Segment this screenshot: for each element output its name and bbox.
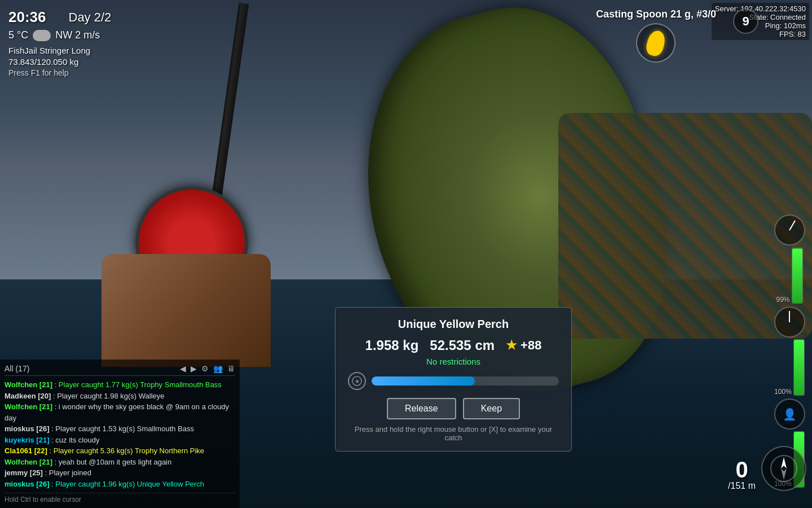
temperature: 5 °C [8,29,28,41]
catch-xp: ★ +88 [506,338,541,353]
compass-south [781,468,787,480]
people-icon: 👤 [783,408,797,421]
lure-name: Casting Spoon 21 g, #3/0 [596,8,716,20]
gauge-fill-1 [792,248,802,303]
bar-container-1: 99% [776,247,802,304]
list-item: jemmy [25] : Player joined [5,467,235,479]
right-side-hud: 99% 100% 👤 100% [767,214,812,452]
wind-speed: NW 2 m/s [55,29,100,41]
time-day-row: 20:36 Day 2/2 [8,8,111,26]
gauge-needle-2 [789,311,790,322]
connection-state: State: Connected [715,13,806,21]
cloud-icon [33,30,51,41]
list-item: kuyekris [21] : cuz its cloudy [5,435,235,446]
chat-header: All (17) ◀ ▶ ⚙ 👥 🖥 [5,364,235,376]
fps-display: FPS: 83 [715,30,806,38]
xp-progress-bar: ★ [348,372,559,390]
chat-controls: ◀ ▶ ⚙ 👥 🖥 [180,364,235,373]
list-item: Wolfchen [21] : i wonder why the sky goe… [5,401,235,423]
xp-bar-background [372,376,559,386]
help-text: Press F1 for help [8,68,111,77]
hud-top-left: 20:36 Day 2/2 5 °C NW 2 m/s FishJail Str… [8,8,111,77]
chat-message: : yeah but @10am it gets light again [55,458,172,466]
chat-username: jemmy [25] [5,468,43,477]
trophy-icon: ★ [352,376,362,386]
chat-message: : Player caught 5.36 kg(s) Trophy Northe… [50,446,205,455]
list-item: Madkeen [20] : Player caught 1.98 kg(s) … [5,391,235,402]
compass-icon [770,454,798,483]
chat-message: : Player joined [45,468,91,477]
list-item: mioskus [26] : Player caught 1.53 kg(s) … [5,423,235,435]
catch-length: 52.535 cm [430,338,495,353]
gauge-circle-2 [774,306,805,338]
gauge-group-2: 100% [774,306,805,396]
gauge-bar-2 [793,339,805,396]
catch-stats-row: 1.958 kg 52.535 cm ★ +88 [348,338,559,353]
lure-spoon-icon [645,28,668,57]
gauge-bar-1 [792,247,803,304]
list-item: Wolfchen [21] : Player caught 1.77 kg(s)… [5,379,235,391]
release-button[interactable]: Release [387,398,456,419]
chat-username: Wolfchen [21] [5,402,52,411]
ping-display: Ping: 102ms [715,21,806,30]
xp-bar-fill [372,376,475,386]
nav-compass [761,446,806,491]
stringer-name: FishJail Stringer Long [8,46,111,55]
chat-username: mioskus [26] [5,424,49,433]
chat-message: : Player caught 1.96 kg(s) Unique Yellow… [51,480,204,488]
hand [102,254,271,367]
xp-value: +88 [520,338,541,353]
chat-prev-button[interactable]: ◀ [180,364,186,373]
chat-username: Cla1061 [22] [5,446,47,455]
gauge-circle-1 [774,214,805,246]
chat-message: : cuz its cloudy [51,436,99,444]
chat-message: : Player caught 1.98 kg(s) Walleye [53,392,165,400]
chat-messages: Wolfchen [21] : Player caught 1.77 kg(s)… [5,379,235,489]
chat-panel: All (17) ◀ ▶ ⚙ 👥 🖥 Wolfchen [21] : Playe… [0,360,240,508]
catch-dialog: Unique Yellow Perch 1.958 kg 52.535 cm ★… [335,307,572,452]
server-address: Server: 192.40.222.32:4530 [715,5,806,13]
xp-icon: ★ [348,372,366,390]
catch-restriction: No restrictions [348,357,559,366]
distance-unit: /151 m [728,481,756,491]
chat-username: Madkeen [20] [5,392,51,400]
keep-button[interactable]: Keep [463,398,520,419]
weather-row: 5 °C NW 2 m/s [8,29,111,41]
chat-username: kuyekris [21] [5,436,50,444]
player-count-badge: 9 [733,8,758,34]
list-item: mioskus [26] : Player caught 1.96 kg(s) … [5,479,235,490]
gauge-needle-1 [789,220,796,230]
compass-north [781,457,787,468]
chat-tab-all[interactable]: All (17) [5,364,29,373]
catch-weight: 1.958 kg [365,338,419,353]
gauge-circle-3: 👤 [774,398,805,430]
chat-footer: Hold Ctrl to enable cursor [5,493,235,503]
distance-value: 0 [728,458,756,481]
catch-hint: Press and hold the right mouse button or… [348,425,559,442]
chat-next-button[interactable]: ▶ [191,364,197,373]
gauge-label-2: 100% [774,388,792,396]
player-count: 9 [742,14,749,29]
day-display: Day 2/2 [69,10,112,25]
lure-indicator: Casting Spoon 21 g, #3/0 [596,8,716,63]
chat-message: : Player caught 1.53 kg(s) Smallmouth Ba… [51,424,194,433]
catch-fish-name: Unique Yellow Perch [348,318,559,331]
list-item: Wolfchen [21] : yeah but @10am it gets l… [5,457,235,468]
chat-message: : Player caught 1.77 kg(s) Trophy Smallm… [55,380,222,389]
server-info-panel: Server: 192.40.222.32:4530 State: Connec… [712,3,809,40]
gauge-fill-2 [794,340,804,395]
star-icon: ★ [506,338,517,353]
chat-players-button[interactable]: 👥 [213,364,223,373]
gauge-group-1: 99% [774,214,805,304]
chat-screen-button[interactable]: 🖥 [227,364,235,373]
chat-username: Wolfchen [21] [5,380,52,389]
catch-action-buttons: Release Keep [348,398,559,419]
distance-display: 0 /151 m [728,458,756,491]
hud-top-right: Server: 192.40.222.32:4530 State: Connec… [712,3,809,41]
bar-container-2: 100% [774,339,805,396]
time-display: 20:36 [8,8,46,26]
gauge-label-1: 99% [776,296,789,304]
list-item: Cla1061 [22] : Player caught 5.36 kg(s) … [5,445,235,457]
chat-settings-button[interactable]: ⚙ [201,364,209,373]
chat-username: mioskus [26] [5,480,49,488]
